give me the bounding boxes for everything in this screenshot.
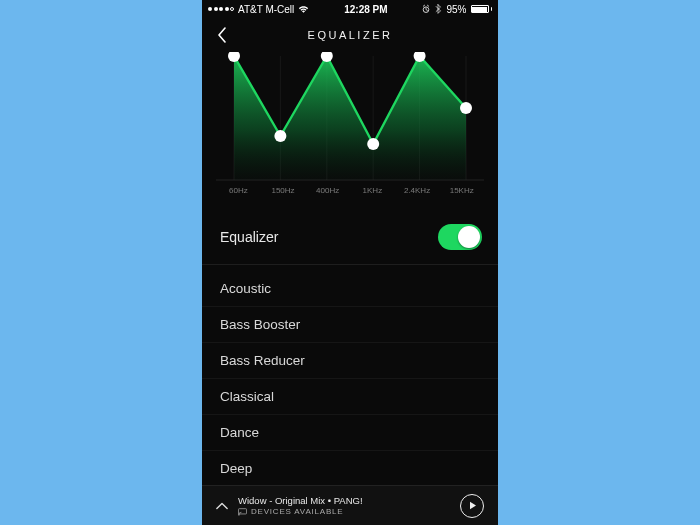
svg-point-13 bbox=[460, 102, 472, 114]
page-title: EQUALIZER bbox=[308, 29, 393, 41]
chart-axis-labels: 60Hz 150Hz 400Hz 1KHz 2.4KHz 15KHz bbox=[202, 186, 498, 195]
wifi-icon bbox=[298, 5, 309, 14]
battery-label: 95% bbox=[446, 4, 466, 15]
toggle-knob-icon bbox=[458, 226, 480, 248]
list-item[interactable]: Deep bbox=[202, 451, 498, 487]
axis-tick: 1KHz bbox=[350, 186, 395, 195]
axis-tick: 15KHz bbox=[439, 186, 484, 195]
equalizer-toggle-label: Equalizer bbox=[220, 229, 278, 245]
play-button[interactable] bbox=[460, 494, 484, 518]
clock-label: 12:28 PM bbox=[344, 4, 387, 15]
signal-dots-icon bbox=[208, 7, 234, 11]
list-item[interactable]: Acoustic bbox=[202, 271, 498, 307]
equalizer-chart[interactable]: 60Hz 150Hz 400Hz 1KHz 2.4KHz 15KHz bbox=[202, 52, 498, 208]
equalizer-toggle-row: Equalizer bbox=[202, 210, 498, 265]
play-icon bbox=[469, 501, 477, 510]
svg-point-9 bbox=[274, 130, 286, 142]
status-bar: AT&T M-Cell 12:28 PM 95% bbox=[202, 0, 498, 18]
status-right: 95% bbox=[422, 4, 492, 15]
bluetooth-icon bbox=[434, 4, 442, 14]
list-item[interactable]: Bass Reducer bbox=[202, 343, 498, 379]
battery-icon bbox=[471, 5, 493, 13]
axis-tick: 2.4KHz bbox=[395, 186, 440, 195]
svg-point-10 bbox=[321, 52, 333, 62]
svg-point-17 bbox=[238, 514, 239, 515]
header: EQUALIZER bbox=[202, 18, 498, 52]
devices-available[interactable]: DEVICES AVAILABLE bbox=[238, 507, 450, 517]
list-item[interactable]: Classical bbox=[202, 379, 498, 415]
alarm-icon bbox=[422, 4, 430, 14]
back-button[interactable] bbox=[212, 25, 232, 45]
phone-frame: AT&T M-Cell 12:28 PM 95% EQUALIZER bbox=[202, 0, 498, 525]
axis-tick: 400Hz bbox=[305, 186, 350, 195]
axis-tick: 60Hz bbox=[216, 186, 261, 195]
cast-icon bbox=[238, 508, 247, 516]
list-item[interactable]: Bass Booster bbox=[202, 307, 498, 343]
svg-point-8 bbox=[228, 52, 240, 62]
list-item[interactable]: Dance bbox=[202, 415, 498, 451]
expand-icon[interactable] bbox=[216, 502, 228, 510]
equalizer-toggle[interactable] bbox=[438, 224, 482, 250]
track-label: Widow - Original Mix • PANG! bbox=[238, 495, 450, 506]
now-playing-text: Widow - Original Mix • PANG! DEVICES AVA… bbox=[238, 495, 450, 517]
status-left: AT&T M-Cell bbox=[208, 4, 309, 15]
axis-tick: 150Hz bbox=[261, 186, 306, 195]
svg-point-11 bbox=[367, 138, 379, 150]
carrier-label: AT&T M-Cell bbox=[238, 4, 294, 15]
now-playing-bar[interactable]: O W Widow - Original Mix • PANG! DEVICES… bbox=[202, 485, 498, 525]
